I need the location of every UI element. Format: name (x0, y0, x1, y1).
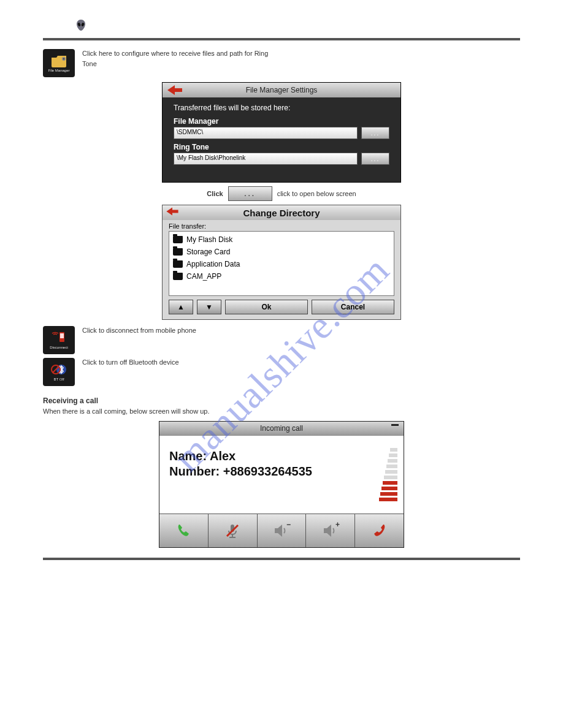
scroll-up-button[interactable]: ▲ (169, 300, 193, 314)
cd-item-1[interactable]: Storage Card (172, 246, 391, 258)
fm-field2-label: Ring Tone (174, 143, 389, 151)
bt-off-caption: Click to turn off Bluetooth device (82, 358, 179, 367)
disconnect-thumb-label: Disconnect (50, 346, 68, 349)
minimize-icon[interactable] (391, 424, 399, 426)
receiving-call-heading: Receiving a call When there is a call co… (43, 396, 520, 416)
reject-button[interactable] (355, 514, 404, 547)
file-manager-thumb-label: File Manager (48, 69, 69, 72)
signal-bar (381, 487, 397, 490)
cd-titlebar: Change Directory (163, 205, 400, 220)
alien-head-icon (74, 18, 88, 33)
call-info: Name: Alex Number: +886933264535 (169, 448, 377, 501)
lone-btn-caption: click to open below screen (277, 189, 356, 199)
incoming-call-panel: Incoming call Name: Alex Number: +886933… (159, 421, 404, 548)
click-word-1: Click (207, 189, 223, 199)
fm-field2-browse-button[interactable]: ... (361, 153, 389, 165)
signal-bar (390, 448, 397, 452)
file-manager-thumb[interactable]: File Manager (43, 49, 75, 77)
change-directory-panel: Change Directory File transfer: My Flash… (162, 205, 401, 320)
fm-field1-browse-button[interactable]: ... (361, 127, 389, 139)
signal-bar (386, 464, 397, 468)
signal-bar (385, 470, 397, 474)
footer-rule (43, 558, 520, 560)
signal-bars (377, 448, 397, 501)
cd-title: Change Directory (163, 208, 400, 218)
svg-point-3 (63, 58, 64, 59)
fm-titlebar: File Manager Settings (163, 83, 400, 97)
signal-bar (384, 476, 397, 479)
fm-field2-input[interactable]: \My Flash Disk\Phonelink (174, 153, 358, 165)
cd-item-3[interactable]: CAM_APP (172, 270, 391, 282)
fm-title: File Manager Settings (163, 86, 400, 94)
disconnect-thumb[interactable]: Disconnect (43, 326, 75, 354)
svg-rect-5 (60, 333, 64, 338)
cd-item-0[interactable]: My Flash Disk (172, 233, 391, 246)
file-manager-caption: Click here to configure where to receive… (82, 49, 268, 70)
volume-down-button[interactable]: − (258, 514, 307, 547)
svg-text:+: + (335, 521, 340, 529)
call-titlebar: Incoming call (159, 422, 404, 435)
signal-bar (379, 498, 397, 501)
disconnect-caption: Click to disconnect from mobile phone (82, 326, 196, 335)
cd-item-2[interactable]: Application Data (172, 258, 391, 270)
fm-field1-label: File Manager (174, 117, 389, 126)
volume-up-button[interactable]: + (306, 514, 355, 547)
cd-subtitle: File transfer: (169, 222, 394, 230)
answer-button[interactable] (159, 514, 209, 547)
folder-icon (173, 236, 183, 243)
fm-header-text: Transferred files will be stored here: (174, 104, 389, 112)
call-title: Incoming call (260, 424, 303, 433)
fm-field1-input[interactable]: \SDMMC\ (174, 127, 358, 139)
cd-list: My Flash Disk Storage Card Application D… (169, 231, 394, 296)
ok-button[interactable]: Ok (225, 300, 308, 314)
mute-button[interactable] (209, 514, 258, 547)
folder-icon (173, 273, 183, 280)
svg-text:−: − (286, 521, 291, 529)
signal-bar (389, 453, 397, 457)
folder-icon (173, 248, 183, 256)
signal-bar (388, 459, 397, 463)
browse-button[interactable]: ... (228, 186, 272, 201)
bt-off-thumb[interactable]: BT Off (43, 358, 75, 386)
cancel-button[interactable]: Cancel (312, 300, 394, 314)
signal-bar (380, 492, 397, 496)
bt-off-thumb-label: BT Off (53, 377, 64, 381)
scroll-down-button[interactable]: ▼ (197, 300, 221, 314)
signal-bar (383, 481, 397, 485)
folder-icon (173, 260, 183, 268)
header-rule (43, 38, 520, 40)
file-manager-settings-panel: File Manager Settings Transferred files … (162, 82, 401, 183)
